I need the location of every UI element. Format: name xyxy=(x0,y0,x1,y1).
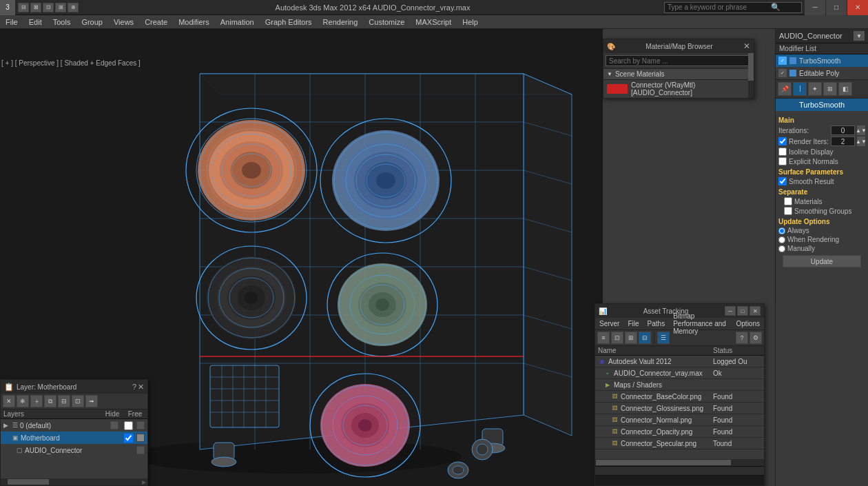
layer-panel-scrollbar[interactable]: ▶ xyxy=(1,478,147,485)
at-help-button[interactable]: ? xyxy=(736,332,748,344)
modifier-item-editablepoly[interactable]: ✓ Editable Poly xyxy=(776,67,868,79)
modifier-toolbar-modify[interactable]: ✦ xyxy=(808,82,822,96)
menu-file[interactable]: File xyxy=(0,15,23,29)
at-row-vault[interactable]: ▣ Autodesk Vault 2012 Logged Ou xyxy=(595,356,764,367)
prop-checkbox-materials[interactable] xyxy=(784,197,792,205)
material-browser-scrollbar-thumb[interactable] xyxy=(748,53,754,81)
material-browser-material-item[interactable]: Connector (VRayMtl) [AUDIO_Connector] xyxy=(603,80,754,98)
at-options-button[interactable]: ⚙ xyxy=(750,332,762,344)
at-menu-server[interactable]: Server xyxy=(595,318,623,330)
prop-input-iterations[interactable] xyxy=(831,125,855,135)
at-tb-btn-2[interactable]: ⊡ xyxy=(611,332,623,344)
at-tb-btn-list[interactable]: ☰ xyxy=(657,332,670,344)
at-menu-paths[interactable]: Paths xyxy=(643,318,670,330)
asset-tracking-scrollbar-horizontal[interactable] xyxy=(595,459,764,466)
modifier-toolbar-utilities[interactable]: ◧ xyxy=(838,82,852,96)
lp-tb-btn-freeze[interactable]: ❄ xyxy=(17,395,29,407)
at-row-maps-folder[interactable]: ▶ Maps / Shaders xyxy=(595,379,764,391)
layer-expand-default[interactable]: ▶ xyxy=(3,422,10,429)
at-row-opacity[interactable]: 🖼 Connector_Opacity.png Found xyxy=(595,426,764,438)
layer-row-audio-connector[interactable]: ▢ AUDIO_Connector xyxy=(1,444,147,456)
material-browser-search-input[interactable] xyxy=(606,55,752,66)
render-iters-spinner[interactable]: ▲▼ xyxy=(857,136,865,146)
menu-create[interactable]: Create xyxy=(139,15,173,29)
prop-checkbox-isoline[interactable] xyxy=(778,148,787,156)
at-row-basecolor[interactable]: 🖼 Connector_BaseColor.png Found xyxy=(595,391,764,403)
menu-graph-editors[interactable]: Graph Editors xyxy=(260,15,318,29)
prop-checkbox-smoothing-groups[interactable] xyxy=(784,207,792,215)
at-restore-button[interactable]: □ xyxy=(737,306,748,316)
at-tb-btn-4[interactable]: ⊟ xyxy=(639,332,651,344)
at-row-specular[interactable]: 🖼 Connector_Specular.png Tound xyxy=(595,438,764,449)
material-browser-close-button[interactable]: ✕ xyxy=(743,41,750,51)
at-menu-bitmap[interactable]: Bitmap Performance and Memory xyxy=(669,318,732,330)
at-menu-file[interactable]: File xyxy=(623,318,643,330)
iterations-spinner[interactable]: ▲▼ xyxy=(857,125,865,135)
menu-maxscript[interactable]: MAXScript xyxy=(410,15,457,29)
at-close-button[interactable]: ✕ xyxy=(750,306,761,316)
menu-modifiers[interactable]: Modifiers xyxy=(173,15,215,29)
layer-toggle-active-motherboard[interactable] xyxy=(124,434,133,443)
prop-checkbox-render-iters[interactable] xyxy=(778,137,787,145)
prop-input-render-iters[interactable] xyxy=(831,136,855,146)
wc-btn-5[interactable]: ⊕ xyxy=(68,3,79,12)
layer-toggle-free-motherboard[interactable] xyxy=(136,434,145,442)
layer-panel-close-button[interactable]: ✕ xyxy=(138,383,144,392)
prop-radio-always[interactable] xyxy=(778,227,785,234)
wc-btn-3[interactable]: ⊡ xyxy=(43,3,54,12)
modifier-checkbox-editablepoly[interactable]: ✓ xyxy=(778,69,787,77)
maximize-button[interactable]: □ xyxy=(826,0,847,15)
at-tb-btn-3[interactable]: ⊞ xyxy=(625,332,637,344)
menu-views[interactable]: Views xyxy=(108,15,139,29)
lp-tb-btn-close[interactable]: ✕ xyxy=(3,395,15,407)
modifier-toolbar-display[interactable]: ⊞ xyxy=(823,82,837,96)
menu-group[interactable]: Group xyxy=(76,15,108,29)
wc-btn-4[interactable]: ⊞ xyxy=(55,3,66,12)
layer-toggle-free-audio[interactable] xyxy=(136,446,145,454)
at-row-max-file[interactable]: ▪ AUDIO_Connector_vray.max Ok xyxy=(595,367,764,379)
at-row-normal[interactable]: 🖼 Connector_Normal.png Found xyxy=(595,414,764,426)
modifier-checkbox-turbosmooth[interactable]: ✓ xyxy=(778,57,787,65)
at-menu-options[interactable]: Options xyxy=(732,318,764,330)
menu-help[interactable]: Help xyxy=(457,15,484,29)
close-button[interactable]: ✕ xyxy=(847,0,868,15)
search-bar[interactable]: 🔍 xyxy=(664,2,802,13)
prop-checkbox-smooth-result[interactable] xyxy=(778,177,787,185)
search-input[interactable] xyxy=(668,3,771,11)
lp-tb-btn-select[interactable]: ⊡ xyxy=(72,395,84,407)
wc-btn-2[interactable]: ⊠ xyxy=(30,3,41,12)
menu-rendering[interactable]: Rendering xyxy=(318,15,364,29)
layer-row-default[interactable]: ▶ ☰ 0 (default) xyxy=(1,419,147,432)
layer-scrollbar-arrow[interactable]: ▶ xyxy=(142,479,147,485)
at-tb-btn-1[interactable]: ≡ xyxy=(597,332,610,344)
layer-panel-help-button[interactable]: ? xyxy=(132,383,136,392)
menu-animation[interactable]: Animation xyxy=(215,15,260,29)
lp-tb-btn-copy[interactable]: ⧉ xyxy=(44,395,56,407)
menu-edit[interactable]: Edit xyxy=(23,15,48,29)
layer-toggle-active-default[interactable] xyxy=(124,421,133,430)
lp-tb-btn-move[interactable]: ➟ xyxy=(85,395,98,407)
modifier-dropdown-button[interactable]: ▼ xyxy=(854,31,865,41)
material-browser-scene-materials-header[interactable]: Scene Materials xyxy=(603,69,754,80)
modifier-toolbar-pin[interactable]: 📌 xyxy=(778,82,792,96)
menu-customize[interactable]: Customize xyxy=(363,15,410,29)
prop-radio-when-rendering[interactable] xyxy=(778,236,785,243)
at-row-glossiness[interactable]: 🖼 Connector_Glossiness.png Found xyxy=(595,403,764,414)
material-browser-scrollbar[interactable] xyxy=(748,53,754,98)
layer-toggle-free-default[interactable] xyxy=(136,421,145,429)
menu-tools[interactable]: Tools xyxy=(48,15,76,29)
prop-radio-manually[interactable] xyxy=(778,245,785,252)
minimize-button[interactable]: ─ xyxy=(805,0,825,15)
prop-checkbox-explicit[interactable] xyxy=(778,157,787,165)
modifier-toolbar-hierarchy[interactable]: ⏐ xyxy=(793,82,807,96)
asset-tracking-scrollbar-thumb[interactable] xyxy=(596,460,731,465)
layer-toggle-hide-default[interactable] xyxy=(110,421,118,429)
update-button[interactable]: Update xyxy=(783,255,860,267)
lp-tb-btn-add[interactable]: ＋ xyxy=(30,395,43,407)
layer-panel-scrollbar-thumb[interactable] xyxy=(8,479,49,485)
layer-row-motherboard[interactable]: ▣ Motherboard xyxy=(1,432,147,444)
wc-btn-1[interactable]: ⊟ xyxy=(18,3,29,12)
modifier-item-turbosmooth[interactable]: ✓ TurboSmooth xyxy=(776,54,868,67)
search-icon[interactable]: 🔍 xyxy=(771,3,781,12)
lp-tb-btn-delete[interactable]: ⊟ xyxy=(58,395,70,407)
